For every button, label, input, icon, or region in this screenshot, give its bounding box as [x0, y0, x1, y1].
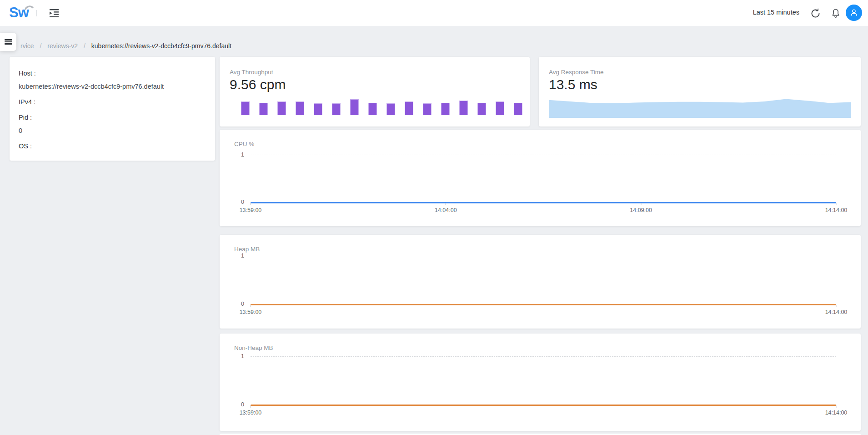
throughput-bar [332, 103, 341, 115]
throughput-bar [368, 103, 377, 115]
cpu-chart-card: CPU % 1 0 13:59:0014:04:0014:09:0014:14:… [220, 130, 861, 226]
throughput-bar [405, 101, 413, 115]
x-axis-label: 13:59:00 [240, 207, 262, 213]
avg-throughput-title: Avg Throughput [230, 69, 273, 76]
time-range-selector[interactable]: Last 15 minutes [753, 9, 799, 16]
breadcrumb-separator: / [40, 42, 41, 50]
gridline [251, 356, 836, 357]
topbar-divider [36, 10, 37, 16]
gridline [251, 155, 836, 155]
throughput-bar [259, 103, 268, 115]
avg-response-time-value: 13.5 ms [549, 77, 597, 92]
throughput-bar [477, 103, 486, 115]
refresh-button[interactable] [809, 7, 821, 19]
nonheap-chart-card: Non-Heap MB 1 0 13:59:0014:14:00 [220, 334, 861, 431]
avg-throughput-card: Avg Throughput 9.56 cpm [220, 57, 530, 126]
breadcrumb-item-reviews-v2[interactable]: reviews-v2 [47, 42, 78, 50]
throughput-bar-chart[interactable] [241, 99, 523, 115]
breadcrumb-item-service[interactable]: rvice [20, 42, 34, 50]
y-axis-tick-1: 1 [226, 353, 244, 359]
x-axis-tick-mark [251, 203, 251, 205]
cpu-chart-plot[interactable]: 13:59:0014:04:0014:09:0014:14:00 [251, 130, 836, 226]
menu-unfold-icon [50, 9, 59, 18]
x-axis-ticks [251, 405, 836, 408]
ipv4-label: IPv4 : [19, 98, 206, 106]
throughput-bar [296, 101, 304, 115]
gridline [251, 256, 836, 256]
sidebar-toggle-button[interactable] [0, 33, 16, 51]
refresh-icon [810, 8, 821, 19]
x-axis-ticks [251, 203, 836, 205]
x-axis-tick-mark [836, 405, 837, 408]
x-axis-tick-mark [251, 305, 251, 307]
x-axis-label: 14:14:00 [825, 309, 848, 315]
throughput-bar [496, 101, 504, 115]
x-axis-label: 14:14:00 [825, 410, 848, 416]
y-axis-tick-1: 1 [226, 253, 244, 259]
x-axis-labels: 13:59:0014:14:00 [251, 309, 836, 316]
bell-icon [831, 8, 840, 19]
x-axis-labels: 13:59:0014:14:00 [251, 410, 836, 417]
x-axis-tick-mark [251, 405, 251, 408]
throughput-bar [350, 99, 359, 115]
top-bar: Sw Last 15 minutes [0, 0, 868, 26]
notifications-button[interactable] [830, 7, 842, 19]
throughput-bar [459, 101, 468, 115]
pid-label: Pid : [19, 114, 206, 121]
x-axis-tick-mark [641, 203, 641, 205]
x-axis-tick-mark [836, 305, 837, 307]
response-time-area-chart[interactable] [549, 98, 851, 118]
throughput-bar [514, 103, 522, 115]
nonheap-chart-plot[interactable]: 13:59:0014:14:00 [251, 334, 836, 431]
skywalking-instance-page: Sw Last 15 minutes [0, 0, 868, 435]
heap-chart-card: Heap MB 1 0 13:59:0014:14:00 [220, 235, 861, 329]
user-avatar[interactable] [846, 5, 862, 21]
throughput-bar [386, 103, 395, 115]
breadcrumb-item-instance: kubernetes://reviews-v2-dccb4cfc9-pmv76.… [91, 42, 231, 50]
hamburger-icon [5, 38, 12, 46]
breadcrumb: rvice / reviews-v2 / kubernetes://review… [20, 42, 231, 50]
x-axis-label: 14:04:00 [435, 207, 457, 213]
throughput-bar [277, 101, 286, 115]
sidebar-collapse-button[interactable] [48, 8, 60, 19]
x-axis-ticks [251, 305, 836, 307]
instance-info-card: Host : kubernetes://reviews-v2-dccb4cfc9… [10, 57, 215, 161]
x-axis-labels: 13:59:0014:04:0014:09:0014:14:00 [251, 207, 836, 214]
os-label: OS : [19, 142, 206, 150]
x-axis-tick-mark [446, 203, 446, 205]
heap-chart-plot[interactable]: 13:59:0014:14:00 [251, 235, 836, 329]
logo-swoosh-icon [24, 3, 34, 10]
throughput-bar [441, 103, 450, 115]
throughput-bar [314, 103, 322, 115]
host-label: Host : [19, 70, 206, 77]
breadcrumb-separator: / [84, 42, 85, 50]
y-axis-tick-0: 0 [226, 401, 244, 408]
x-axis-label: 14:14:00 [825, 207, 848, 213]
throughput-bar [423, 103, 431, 115]
avg-response-time-card: Avg Response Time 13.5 ms [539, 57, 861, 126]
host-value: kubernetes://reviews-v2-dccb4cfc9-pmv76.… [19, 83, 206, 90]
throughput-bar [241, 101, 250, 115]
pid-value: 0 [19, 127, 206, 134]
y-axis-tick-0: 0 [226, 199, 244, 205]
x-axis-tick-mark [836, 203, 837, 205]
x-axis-label: 14:09:00 [630, 207, 652, 213]
person-icon [846, 5, 862, 21]
x-axis-label: 13:59:00 [240, 410, 262, 416]
y-axis-tick-1: 1 [226, 152, 244, 158]
avg-response-time-title: Avg Response Time [549, 69, 604, 76]
y-axis-tick-0: 0 [226, 301, 244, 307]
avg-throughput-value: 9.56 cpm [230, 77, 286, 92]
x-axis-label: 13:59:00 [240, 309, 262, 315]
